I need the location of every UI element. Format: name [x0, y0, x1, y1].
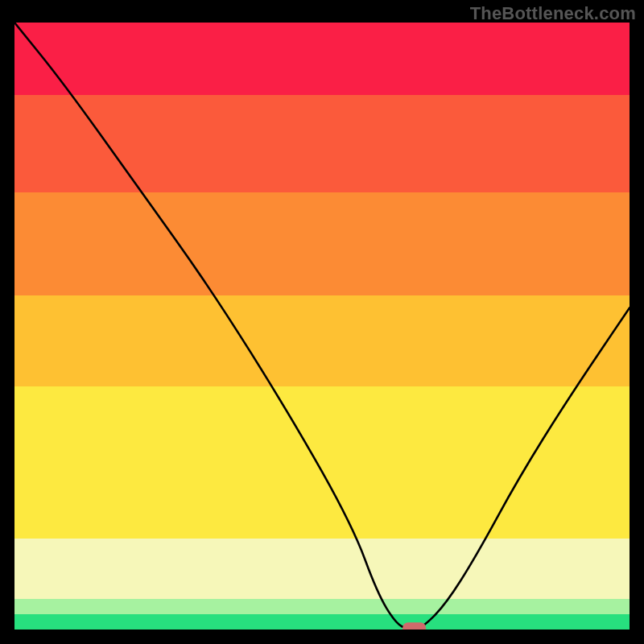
chart-plot — [14, 23, 630, 630]
chart-svg — [14, 23, 630, 630]
watermark-label: TheBottleneck.com — [470, 3, 636, 24]
chart-frame: TheBottleneck.com — [0, 0, 644, 644]
optimal-marker — [402, 622, 426, 630]
chart-background — [14, 23, 630, 630]
